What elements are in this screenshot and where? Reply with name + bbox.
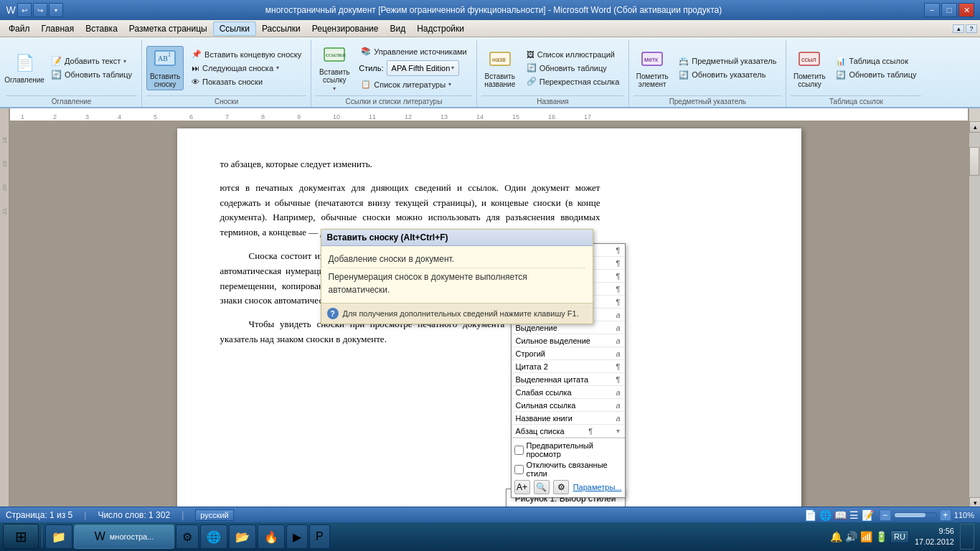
style-item-10[interactable]: Выделенная цитата ¶ [512, 373, 625, 386]
style-item-9[interactable]: Цитата 2 ¶ [512, 360, 625, 373]
taskbar-ps[interactable]: P [309, 524, 330, 549]
style-item-13[interactable]: Название книги a [512, 412, 625, 425]
style-inspect-btn[interactable]: 🔍 [534, 480, 550, 494]
ribbon-group-ogl: 📄 Оглавление 📝 Добавить текст ▾ 🔄 Обнови… [1, 40, 142, 107]
btn-insert-name[interactable]: назв Вставитьназвание [481, 46, 519, 90]
btn-next-snos[interactable]: ⏭ Следующая сноска ▾ [187, 62, 306, 75]
ribbon-collapse-btn[interactable]: ▴ [953, 24, 964, 33]
scroll-thumb[interactable] [969, 147, 979, 176]
scroll-track[interactable] [969, 133, 980, 497]
pred-group-label: Предметный указатель [633, 95, 781, 107]
style-item-11[interactable]: Слабая ссылка a [512, 386, 625, 399]
taskbar-flash[interactable]: 🔥 [258, 524, 285, 549]
zoom-in-btn[interactable]: + [940, 509, 951, 521]
btn-tabl-ssl[interactable]: 📊 Таблица ссылок [831, 55, 921, 67]
btn-insert-snos[interactable]: AB 1 Вставитьсноску [146, 46, 184, 90]
scroll-up-btn[interactable]: ▴ [969, 121, 980, 133]
menu-addins[interactable]: Надстройки [411, 22, 470, 35]
style-dropdown[interactable]: APA Fifth Edition ▾ [387, 60, 460, 76]
view-web-btn[interactable]: 🌐 [819, 509, 831, 521]
next-snos-icon: ⏭ [192, 64, 199, 72]
update-nazv-icon: 🔄 [527, 63, 537, 72]
lang-btn[interactable]: русский [195, 509, 233, 521]
taskbar-avast[interactable]: ⚙ [176, 524, 199, 549]
view-read-btn[interactable]: 📖 [834, 509, 847, 521]
btn-ogl[interactable]: 📄 Оглавление [6, 47, 43, 89]
style-item-7[interactable]: Сильное выделение a [512, 334, 625, 347]
close-btn[interactable]: ✕ [958, 3, 974, 17]
btn-update-table-ogl[interactable]: 🔄 Обновить таблицу [46, 68, 137, 81]
zoom-out-btn[interactable]: − [880, 509, 891, 521]
menu-file[interactable]: Файл [3, 22, 36, 35]
menu-insert[interactable]: Вставка [80, 22, 123, 35]
left-ruler-corner [0, 108, 9, 121]
start-btn[interactable]: ⊞ [3, 524, 39, 550]
disable-label: Отключить связанные стили [527, 461, 622, 478]
menu-references[interactable]: Ссылки [213, 22, 256, 36]
show-desktop-btn[interactable] [960, 524, 974, 550]
btn-list-lit[interactable]: 📋 Список литературы ▾ [356, 78, 471, 91]
quick-access-more[interactable]: ▾ [49, 3, 63, 17]
btn-insert-link[interactable]: ссылки Вставитьссылку ▾ [316, 42, 353, 94]
btn-show-snos[interactable]: 👁 Показать сноски [187, 75, 306, 88]
style-manage-btn[interactable]: ⚙ [553, 480, 569, 494]
tooltip-help-text: Для получения дополнительных сведений на… [343, 309, 579, 318]
taskbar-chrome[interactable]: 🌐 [200, 524, 227, 549]
pred-uk-icon: 📇 [679, 57, 689, 66]
menu-mailings[interactable]: Рассылки [256, 22, 306, 35]
svg-text:AB: AB [158, 55, 168, 62]
ogl-icon: 📄 [13, 52, 36, 75]
style-new-btn[interactable]: A+ [514, 480, 530, 494]
preview-label: Предварительный просмотр [527, 441, 622, 458]
style-name-9: Цитата 2 [516, 362, 548, 371]
minimize-btn[interactable]: − [924, 3, 940, 17]
doc-para-1: то абзацев, которые следует изменить. [220, 157, 600, 172]
nazv-group-label: Названия [481, 95, 625, 107]
btn-manage-sources[interactable]: 📚 Управление источниками [356, 45, 471, 58]
style-item-14[interactable]: Абзац списка ¶ ▾ [512, 425, 625, 438]
tray-icon-1: 🔔 [830, 531, 842, 542]
btn-cross-ref[interactable]: 🔗 Перекрестная ссылка [522, 75, 625, 88]
params-link[interactable]: Параметры... [573, 483, 622, 491]
ssel-group-label: Ссылки и списки литературы [316, 95, 471, 107]
btn-update-uk[interactable]: 🔄 Обновить указатель [674, 68, 781, 81]
view-print-btn[interactable]: 📄 [804, 509, 816, 521]
preview-checkbox[interactable]: Предварительный просмотр [514, 441, 622, 458]
taskbar-vlc[interactable]: ▶ [286, 524, 308, 549]
taskbar-explorer[interactable]: 📁 [45, 524, 72, 549]
btn-mark-elem[interactable]: метк Пометитьэлемент [633, 46, 671, 90]
view-outline-btn[interactable]: ☰ [849, 509, 859, 521]
end-snos-icon: 📌 [192, 50, 202, 59]
tooltip-help: ? Для получения дополнительных сведений … [321, 303, 593, 324]
style-name-12: Сильная ссылка [516, 401, 576, 410]
style-item-12[interactable]: Сильная ссылка a [512, 399, 625, 412]
ribbon-help-btn[interactable]: ? [966, 24, 977, 33]
disable-checkbox[interactable]: Отключить связанные стили [514, 461, 622, 478]
style-item-8[interactable]: Строгий a [512, 347, 625, 360]
menu-view[interactable]: Вид [384, 22, 411, 35]
btn-list-illus[interactable]: 🖼 Список иллюстраций [522, 48, 625, 61]
menu-home[interactable]: Главная [36, 22, 80, 35]
redo-btn[interactable]: ↪ [33, 3, 47, 17]
maximize-btn[interactable]: □ [941, 3, 957, 17]
btn-mark-ssl[interactable]: ссыл Пометитьссылку [791, 46, 828, 90]
menu-review[interactable]: Рецензирование [306, 22, 385, 35]
menu-page-layout[interactable]: Разметка страницы [123, 22, 213, 35]
btn-update-tabl[interactable]: 🔄 Обновить таблицу [831, 68, 921, 81]
btn-add-text[interactable]: 📝 Добавить текст ▾ [46, 55, 137, 67]
zoom-bar[interactable] [894, 512, 937, 518]
svg-text:ссыл: ссыл [801, 56, 816, 63]
view-draft-btn[interactable]: 📝 [862, 509, 874, 521]
taskbar-totalcmd[interactable]: 📂 [229, 524, 256, 549]
btn-update-table-nazv[interactable]: 🔄 Обновить таблицу [522, 62, 625, 75]
style-name-14: Абзац списка [516, 427, 565, 435]
btn-pred-uk[interactable]: 📇 Предметный указатель [674, 55, 781, 67]
taskbar-word[interactable]: W многостра... [74, 524, 174, 549]
tray-icon-3: 📶 [860, 531, 872, 542]
undo-btn[interactable]: ↩ [17, 3, 32, 17]
vscrollbar[interactable]: ▴ ▾ [969, 121, 980, 509]
btn-insert-end-snos[interactable]: 📌 Вставить концевую сноску [187, 48, 306, 61]
btn-insert-snos-label: Вставитьсноску [150, 72, 180, 88]
tray-lang[interactable]: RU [890, 530, 909, 543]
btn-mark-elem-label: Пометитьэлемент [636, 72, 669, 88]
